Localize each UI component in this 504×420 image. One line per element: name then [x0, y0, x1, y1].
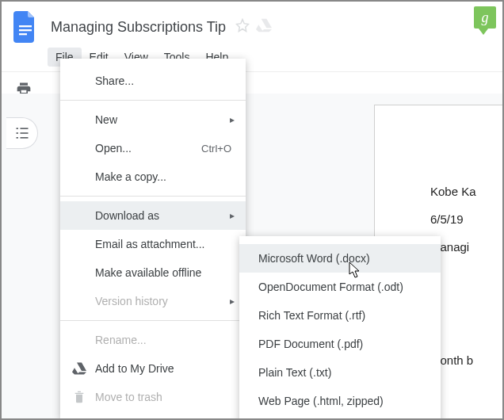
download-odt[interactable]: OpenDocument Format (.odt) [239, 273, 441, 301]
google-docs-logo[interactable] [11, 8, 40, 46]
shortcut-label: Ctrl+O [201, 143, 231, 155]
page-date: 6/5/19 [430, 212, 504, 226]
file-menu-dropdown: Share... New Open...Ctrl+O Make a copy..… [60, 59, 246, 419]
svg-rect-2 [19, 33, 27, 35]
download-docx[interactable]: Microsoft Word (.docx) [239, 244, 441, 273]
menu-make-offline[interactable]: Make available offline [60, 258, 246, 287]
star-icon[interactable] [235, 18, 250, 36]
mouse-cursor-icon [349, 262, 363, 282]
move-to-drive-icon[interactable] [256, 18, 272, 36]
outline-toggle-button[interactable] [6, 117, 38, 149]
document-title[interactable]: Managing Subscriptions Tip [46, 16, 231, 39]
download-pdf[interactable]: PDF Document (.pdf) [239, 330, 441, 358]
drive-icon [71, 361, 87, 376]
menu-move-to-trash[interactable]: Move to trash [60, 383, 246, 411]
menu-version-history[interactable]: Version history [60, 287, 246, 315]
svg-rect-1 [19, 29, 32, 31]
titlebar: Managing Subscriptions Tip [2, 2, 502, 46]
download-rtf[interactable]: Rich Text Format (.rtf) [239, 301, 441, 330]
menu-rename[interactable]: Rename... [60, 326, 246, 354]
menu-add-to-drive[interactable]: Add to My Drive [60, 354, 246, 383]
menu-share[interactable]: Share... [60, 67, 246, 95]
menu-email-attachment[interactable]: Email as attachment... [60, 230, 246, 258]
download-txt[interactable]: Plain Text (.txt) [239, 358, 441, 387]
menu-open[interactable]: Open...Ctrl+O [60, 134, 246, 162]
page-body: month b [430, 353, 504, 367]
download-html[interactable]: Web Page (.html, zipped) [239, 387, 441, 415]
page-subject: Managi [430, 240, 504, 254]
menu-download-as[interactable]: Download as [60, 201, 246, 230]
download-as-submenu: Microsoft Word (.docx) OpenDocument Form… [239, 236, 441, 420]
page-author: Kobe Ka [430, 185, 504, 198]
menu-make-copy[interactable]: Make a copy... [60, 162, 246, 191]
svg-rect-0 [19, 25, 32, 27]
watermark-badge: g [474, 6, 496, 35]
trash-icon [71, 389, 87, 405]
menu-new[interactable]: New [60, 105, 246, 134]
download-epub[interactable]: EPUB Publication (.epub) [239, 415, 441, 420]
